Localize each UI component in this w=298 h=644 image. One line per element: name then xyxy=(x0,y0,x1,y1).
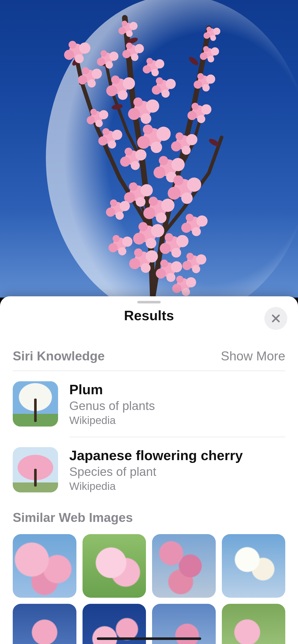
similar-image-tile[interactable] xyxy=(152,534,216,598)
similar-images-section: Similar Web Images xyxy=(0,510,298,644)
similar-image-tile[interactable] xyxy=(222,534,286,598)
similar-image-tile[interactable] xyxy=(13,604,76,644)
result-subtitle: Species of plant xyxy=(69,465,285,479)
result-subtitle: Genus of plants xyxy=(69,399,285,413)
sheet-header: Results xyxy=(0,296,298,334)
result-text: Japanese flowering cherry Species of pla… xyxy=(69,437,285,492)
result-source: Wikipedia xyxy=(69,480,285,492)
siri-result-plum[interactable]: Plum Genus of plants Wikipedia xyxy=(13,371,285,437)
siri-section-title: Siri Knowledge xyxy=(13,349,105,363)
close-icon xyxy=(270,313,281,324)
result-thumb xyxy=(13,447,58,492)
siri-section-header: Siri Knowledge Show More xyxy=(13,349,285,371)
lookup-photo xyxy=(0,0,298,298)
similar-section-header: Similar Web Images xyxy=(13,510,285,528)
similar-image-tile[interactable] xyxy=(13,534,76,598)
home-indicator[interactable] xyxy=(97,637,201,640)
similar-images-grid xyxy=(13,534,285,644)
result-source: Wikipedia xyxy=(69,414,285,427)
sheet-title: Results xyxy=(124,308,174,323)
result-text: Plum Genus of plants Wikipedia xyxy=(69,382,285,427)
similar-section-title: Similar Web Images xyxy=(13,510,285,525)
result-title: Japanese flowering cherry xyxy=(69,447,285,463)
similar-image-tile[interactable] xyxy=(83,534,146,598)
close-button[interactable] xyxy=(264,307,287,330)
siri-knowledge-section: Siri Knowledge Show More Plum Genus of p… xyxy=(0,349,298,503)
show-more-button[interactable]: Show More xyxy=(221,349,285,363)
siri-result-japanese-cherry[interactable]: Japanese flowering cherry Species of pla… xyxy=(13,437,285,503)
similar-image-tile[interactable] xyxy=(222,604,286,644)
result-thumb xyxy=(13,381,58,427)
results-sheet: Results Siri Knowledge Show More Plum Ge… xyxy=(0,296,298,644)
result-title: Plum xyxy=(69,382,285,397)
